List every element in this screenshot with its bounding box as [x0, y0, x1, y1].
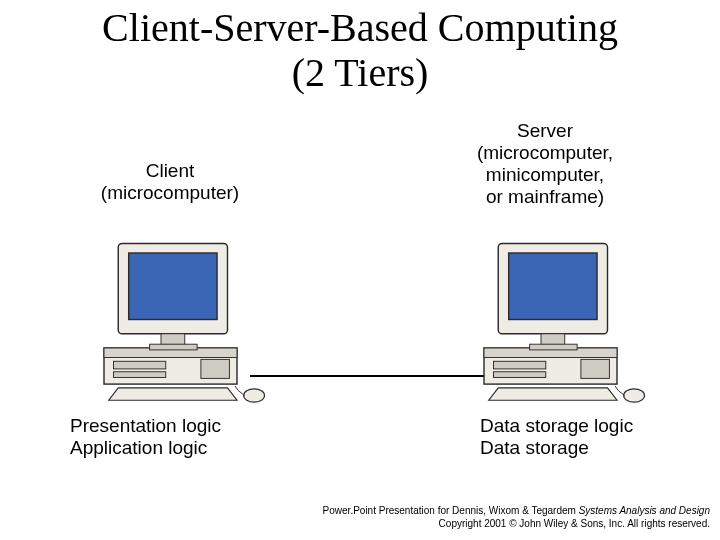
footer-prefix: Power.Point Presentation for Dennis, Wix…: [323, 505, 579, 516]
footer-book-title: Systems Analysis and Design: [579, 505, 710, 516]
server-caption: Data storage logic Data storage: [480, 415, 700, 459]
svg-rect-19: [530, 344, 578, 350]
client-caption: Presentation logic Application logic: [70, 415, 290, 459]
svg-rect-3: [114, 372, 166, 378]
footer-line1: Power.Point Presentation for Dennis, Wix…: [0, 505, 710, 518]
svg-rect-17: [509, 253, 597, 320]
svg-point-21: [624, 389, 645, 402]
svg-rect-7: [161, 334, 185, 345]
svg-rect-8: [150, 344, 198, 350]
client-label: Client (microcomputer): [70, 160, 270, 204]
server-label: Server (microcomputer, minicomputer, or …: [425, 120, 665, 207]
slide-title: Client-Server-Based Computing (2 Tiers): [0, 6, 720, 96]
svg-rect-2: [114, 361, 166, 369]
connection-line: [250, 375, 485, 377]
footer-line2: Copyright 2001 © John Wiley & Sons, Inc.…: [0, 518, 710, 531]
svg-rect-13: [494, 361, 546, 369]
svg-marker-9: [109, 388, 237, 400]
svg-point-10: [244, 389, 265, 402]
svg-marker-20: [489, 388, 617, 400]
svg-rect-6: [129, 253, 217, 320]
svg-rect-15: [581, 359, 610, 378]
footer: Power.Point Presentation for Dennis, Wix…: [0, 505, 720, 530]
svg-rect-14: [494, 372, 546, 378]
client-computer-icon: [85, 215, 275, 405]
diagram-area: Client (microcomputer) Server (microcomp…: [50, 115, 670, 485]
svg-rect-4: [201, 359, 230, 378]
svg-rect-18: [541, 334, 565, 345]
server-computer-icon: [465, 215, 655, 405]
slide: Client-Server-Based Computing (2 Tiers) …: [0, 0, 720, 540]
